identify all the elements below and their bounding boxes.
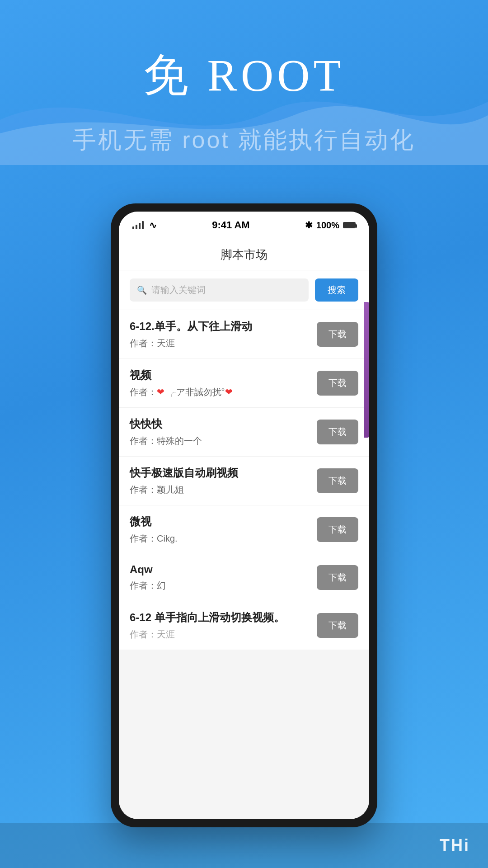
script-name: 快手极速版自动刷视频 [130, 466, 317, 480]
watermark-text: THi [440, 836, 470, 855]
script-author: 作者：特殊的一个 [130, 435, 317, 447]
script-list: 6-12.单手。从下往上滑动 作者：天涯 下载 视频 作者：❤ ╭ア非誠勿扰°❤… [119, 310, 369, 650]
download-button[interactable]: 下载 [317, 371, 358, 396]
script-name: 6-12.单手。从下往上滑动 [130, 319, 317, 334]
list-item: 快手极速版自动刷视频 作者：颖儿姐 下载 [119, 457, 369, 505]
app-title: 脚本市场 [221, 248, 267, 261]
download-button[interactable]: 下载 [317, 517, 358, 542]
script-name: 微视 [130, 514, 317, 529]
heart-icon-2: ❤ [225, 387, 233, 397]
list-item: Aqw 作者：幻 下载 [119, 554, 369, 601]
script-author: 作者：天涯 [130, 337, 317, 349]
download-button[interactable]: 下载 [317, 613, 358, 638]
script-author: 作者：Cikg. [130, 533, 317, 545]
download-button[interactable]: 下载 [317, 468, 358, 493]
list-item: 微视 作者：Cikg. 下载 [119, 505, 369, 554]
script-name: Aqw [130, 563, 317, 576]
list-item: 6-12 单手指向上滑动切换视频。 作者：天涯 下载 [119, 601, 369, 650]
download-button[interactable]: 下载 [317, 322, 358, 347]
phone-screen: ∿ 9:41 AM ✱ 100% 脚本市场 🔍 [119, 212, 369, 819]
battery-percent: 100% [316, 220, 339, 231]
search-input-wrapper[interactable]: 🔍 请输入关键词 [130, 278, 309, 302]
heart-icon: ❤ [157, 387, 164, 397]
phone-mockup: ∿ 9:41 AM ✱ 100% 脚本市场 🔍 [111, 203, 377, 827]
list-item: 快快快 作者：特殊的一个 下载 [119, 408, 369, 457]
status-bar: ∿ 9:41 AM ✱ 100% [119, 212, 369, 239]
list-item: 视频 作者：❤ ╭ア非誠勿扰°❤ 下载 [119, 359, 369, 408]
script-info: 6-12.单手。从下往上滑动 作者：天涯 [130, 319, 317, 349]
scroll-indicator [364, 302, 369, 438]
script-author: 作者：颖儿姐 [130, 484, 317, 496]
script-info: 视频 作者：❤ ╭ア非誠勿扰°❤ [130, 368, 317, 398]
status-left: ∿ [132, 220, 157, 231]
search-section: 🔍 请输入关键词 搜索 [119, 270, 369, 310]
app-header: 脚本市场 [119, 239, 369, 270]
status-time: 9:41 AM [212, 219, 250, 231]
search-placeholder: 请输入关键词 [151, 284, 206, 296]
search-button[interactable]: 搜索 [315, 278, 358, 302]
download-button[interactable]: 下载 [317, 565, 358, 590]
phone-frame: ∿ 9:41 AM ✱ 100% 脚本市场 🔍 [111, 203, 377, 827]
search-icon: 🔍 [137, 285, 147, 295]
download-button[interactable]: 下载 [317, 420, 358, 444]
script-info: 微视 作者：Cikg. [130, 514, 317, 545]
script-info: 6-12 单手指向上滑动切换视频。 作者：天涯 [130, 610, 317, 641]
script-name: 视频 [130, 368, 317, 382]
wifi-icon: ∿ [149, 220, 157, 231]
script-author: 作者：幻 [130, 580, 317, 592]
script-name: 6-12 单手指向上滑动切换视频。 [130, 610, 317, 625]
bluetooth-icon: ✱ [305, 220, 313, 231]
signal-bars-icon [132, 221, 144, 229]
script-author: 作者：❤ ╭ア非誠勿扰°❤ [130, 386, 317, 398]
battery-icon [343, 222, 356, 228]
script-author: 作者：天涯 [130, 628, 317, 641]
bottom-watermark-area: THi [0, 823, 488, 868]
status-right: ✱ 100% [305, 220, 356, 231]
script-info: 快手极速版自动刷视频 作者：颖儿姐 [130, 466, 317, 496]
script-info: Aqw 作者：幻 [130, 563, 317, 592]
script-info: 快快快 作者：特殊的一个 [130, 417, 317, 447]
script-name: 快快快 [130, 417, 317, 431]
list-item: 6-12.单手。从下往上滑动 作者：天涯 下载 [119, 310, 369, 359]
